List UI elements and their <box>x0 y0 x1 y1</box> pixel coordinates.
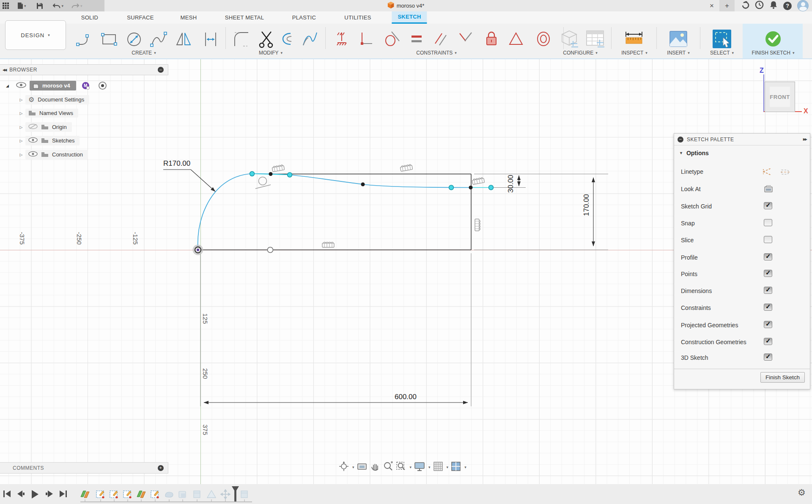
constraint-equal-icon[interactable] <box>408 29 425 50</box>
constraint-polygon-icon[interactable] <box>507 29 525 50</box>
slice-checkbox[interactable] <box>764 236 772 243</box>
display-settings-icon[interactable] <box>414 461 425 474</box>
profile-checkbox[interactable] <box>764 253 772 260</box>
grid-settings-caret-icon[interactable] <box>447 465 449 469</box>
constraint-parallel-icon[interactable] <box>432 29 450 50</box>
timeline-form-feature-disabled[interactable] <box>164 489 174 499</box>
timeline-settings-gear-icon[interactable] <box>798 488 806 498</box>
workspace-selector[interactable]: DESIGN <box>5 20 66 50</box>
inspect-measure-icon[interactable] <box>624 29 644 50</box>
zoom-icon[interactable] <box>383 461 394 474</box>
timeline-skip-start-button[interactable] <box>3 489 12 500</box>
file-menu-icon[interactable] <box>17 2 26 9</box>
modify-fillet-tool-icon[interactable] <box>231 29 250 50</box>
constraint-perpendicular-icon[interactable] <box>456 29 474 50</box>
timeline-ruler[interactable] <box>80 499 254 504</box>
dimensions-checkbox[interactable] <box>764 287 772 294</box>
viewports-icon[interactable] <box>450 461 461 474</box>
visibility-eye-icon[interactable] <box>28 137 38 144</box>
configure-group-label[interactable]: CONFIGURE <box>563 50 598 56</box>
viewcube[interactable]: FRONT <box>765 82 795 112</box>
app-grid-icon[interactable] <box>3 3 9 9</box>
create-offset-tool-icon[interactable] <box>202 29 219 50</box>
redo-caret-icon[interactable] <box>80 4 82 8</box>
zoom-window-caret-icon[interactable] <box>410 465 412 469</box>
finish-sketch-icon[interactable] <box>764 30 782 49</box>
grid-settings-icon[interactable] <box>433 461 444 474</box>
constraints-checkbox[interactable] <box>764 304 772 311</box>
create-line-tool-icon[interactable] <box>75 29 93 50</box>
tab-plastic[interactable]: PLASTIC <box>286 11 322 24</box>
timeline-loft-feature-disabled[interactable] <box>206 489 217 499</box>
expand-icon[interactable] <box>17 98 25 102</box>
browser-row-construction[interactable]: Construction <box>17 149 88 160</box>
create-rectangle-tool-icon[interactable] <box>100 29 118 50</box>
modify-offset-curve-tool-icon[interactable] <box>277 29 295 50</box>
browser-row-document-settings[interactable]: Document Settings <box>17 94 89 105</box>
create-circle-tool-icon[interactable] <box>124 29 144 50</box>
palette-minimize-icon[interactable] <box>678 137 683 142</box>
select-group-label[interactable]: SELECT <box>710 50 734 56</box>
construction-linetype-icon[interactable] <box>762 167 772 178</box>
timeline-sketch-feature[interactable] <box>123 489 133 499</box>
browser-row-named-views[interactable]: Named Views <box>17 107 78 119</box>
finish-sketch-group-label[interactable]: FINISH SKETCH <box>752 50 795 56</box>
constraint-fix-ground-icon[interactable] <box>333 29 350 50</box>
orbit-caret-icon[interactable] <box>352 465 354 469</box>
centerline-linetype-icon[interactable] <box>780 167 791 178</box>
timeline-plane-feature[interactable] <box>80 489 90 499</box>
browser-root-row[interactable]: moroso v4 M <box>6 80 107 91</box>
tab-utilities[interactable]: UTILITIES <box>338 11 377 24</box>
palette-expand-icon[interactable] <box>803 137 807 141</box>
construction-geometries-checkbox[interactable] <box>764 338 772 345</box>
activate-component-radio[interactable] <box>99 82 107 90</box>
save-icon[interactable] <box>36 3 43 9</box>
create-mirror-tool-icon[interactable] <box>175 29 193 50</box>
zoom-window-icon[interactable] <box>396 461 407 474</box>
timeline-play-button[interactable] <box>30 489 40 501</box>
extensions-icon[interactable] <box>740 0 749 11</box>
expand-icon[interactable] <box>17 153 25 157</box>
undo-icon[interactable] <box>52 3 64 9</box>
help-icon[interactable] <box>783 2 792 10</box>
tab-mesh[interactable]: MESH <box>175 11 203 24</box>
insert-group-label[interactable]: INSERT <box>667 50 689 56</box>
tab-solid[interactable]: SOLID <box>75 11 104 24</box>
points-checkbox[interactable] <box>764 270 772 277</box>
modify-edit-spline-tool-icon[interactable] <box>301 29 319 50</box>
browser-row-origin[interactable]: Origin <box>17 121 72 133</box>
timeline-step-back-button[interactable] <box>16 489 25 500</box>
3d-sketch-checkbox[interactable] <box>764 353 772 361</box>
visibility-off-eye-icon[interactable] <box>28 123 38 131</box>
snap-checkbox[interactable] <box>764 219 772 226</box>
timeline-sketch-feature[interactable] <box>109 489 119 499</box>
timeline-skip-end-button[interactable] <box>58 489 68 500</box>
notifications-bell-icon[interactable] <box>769 0 778 11</box>
expand-icon[interactable] <box>17 125 25 129</box>
root-component-selected[interactable]: moroso v4 <box>30 81 76 90</box>
configure-cube-icon[interactable] <box>559 28 580 51</box>
modify-group-label[interactable]: MODIFY <box>259 50 283 56</box>
finish-sketch-button[interactable]: Finish Sketch <box>760 372 805 383</box>
browser-minimize-icon[interactable] <box>158 67 164 73</box>
undo-caret-icon[interactable] <box>62 4 64 8</box>
constraint-lock-icon[interactable] <box>483 29 500 51</box>
close-tab-icon[interactable]: × <box>710 0 714 11</box>
constraints-group-label[interactable]: CONSTRAINTS <box>416 50 457 56</box>
browser-collapse-icon[interactable] <box>3 68 6 72</box>
timeline-feature-disabled[interactable] <box>178 489 188 499</box>
timeline-feature-disabled[interactable] <box>239 489 250 499</box>
file-caret-icon[interactable] <box>24 4 26 8</box>
select-tool-icon[interactable] <box>712 29 732 50</box>
expand-icon[interactable] <box>17 111 25 115</box>
inspect-group-label[interactable]: INSPECT <box>621 50 647 56</box>
comments-bar[interactable]: COMMENTS <box>0 462 168 474</box>
sketch-grid-checkbox[interactable] <box>764 202 772 209</box>
options-section-header[interactable]: Options <box>679 150 709 156</box>
timeline-move-feature-disabled[interactable] <box>220 489 230 499</box>
viewcube-face-label[interactable]: FRONT <box>770 94 790 100</box>
timeline-plane-feature[interactable] <box>136 489 146 499</box>
tab-surface[interactable]: SURFACE <box>121 11 160 24</box>
add-comment-icon[interactable] <box>158 465 164 471</box>
visibility-eye-icon[interactable] <box>28 151 38 158</box>
